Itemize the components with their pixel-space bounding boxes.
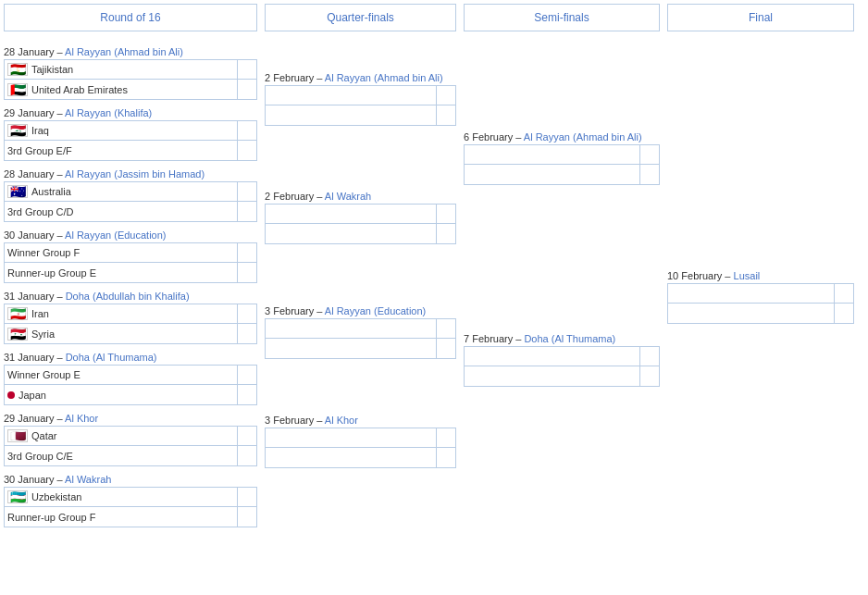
round-sf: Semi-finals 6 February – Al Rayyan (Ahma…	[460, 0, 663, 533]
r16-header: Round of 16	[4, 4, 257, 31]
r16-match1-team2: 🇦🇪 United Arab Emirates	[4, 80, 257, 100]
team-name: Qatar	[31, 430, 57, 441]
team-score	[237, 60, 254, 79]
r16-match6-date: 31 January – Doha (Al Thumama)	[4, 352, 257, 363]
qf-match2: 2 February – Al Wakrah	[265, 191, 456, 244]
australia-flag: 🇦🇺	[7, 185, 28, 198]
r16-match1: 28 January – Al Rayyan (Ahmad bin Ali) 🇹…	[4, 46, 257, 100]
r16-match2-team2: 3rd Group E/F	[4, 141, 257, 161]
r16-match4: 30 January – Al Rayyan (Education) Winne…	[4, 229, 257, 283]
team-name: United Arab Emirates	[31, 84, 128, 95]
r16-match2-date: 29 January – Al Rayyan (Khalifa)	[4, 107, 257, 118]
r16-match8-date: 30 January – Al Wakrah	[4, 474, 257, 485]
team-name: 3rd Group C/D	[7, 206, 74, 217]
team-score	[237, 304, 254, 323]
sf-match1-date: 6 February – Al Rayyan (Ahmad bin Ali)	[464, 131, 660, 143]
team-score	[436, 205, 453, 223]
qf-match3-team1	[265, 318, 456, 339]
r16-match8-team2: Runner-up Group F	[4, 507, 257, 527]
qf-header: Quarter-finals	[265, 4, 456, 31]
final-match1-team2	[667, 304, 854, 324]
team-name: Winner Group F	[7, 247, 80, 258]
r16-match4-date: 30 January – Al Rayyan (Education)	[4, 229, 257, 241]
team-name: Iraq	[31, 125, 49, 136]
qf-match3-team2	[265, 339, 456, 359]
qatar-flag: 🇶🇦	[7, 429, 28, 442]
team-score	[237, 80, 254, 99]
team-score	[237, 263, 254, 282]
r16-match2-team1: 🇮🇶 Iraq	[4, 120, 257, 141]
sf-match1-team2	[464, 165, 660, 185]
round-qf: Quarter-finals 2 February – Al Rayyan (A…	[261, 0, 460, 533]
team-name: Runner-up Group F	[7, 512, 95, 523]
team-score	[237, 366, 254, 384]
team-name: Runner-up Group E	[7, 267, 96, 279]
final-match1-team1	[667, 283, 854, 304]
r16-match7-team1: 🇶🇦 Qatar	[4, 426, 257, 446]
team-name: Winner Group E	[7, 369, 81, 380]
r16-match1-date: 28 January – Al Rayyan (Ahmad bin Ali)	[4, 46, 257, 57]
uzbekistan-flag: 🇺🇿	[7, 490, 28, 503]
r16-match7-team2: 3rd Group C/E	[4, 446, 257, 466]
r16-match5-team1: 🇮🇷 Iran	[4, 304, 257, 324]
r16-match6-team2: Japan	[4, 385, 257, 405]
team-score	[436, 428, 453, 447]
r16-match8-team1: 🇺🇿 Uzbekistan	[4, 487, 257, 507]
r16-match3: 28 January – Al Rayyan (Jassim bin Hamad…	[4, 168, 257, 222]
sf-match1: 6 February – Al Rayyan (Ahmad bin Ali)	[464, 131, 660, 185]
team-score	[639, 165, 656, 184]
r16-match4-team2: Runner-up Group E	[4, 263, 257, 283]
qf-match1-date: 2 February – Al Rayyan (Ahmad bin Ali)	[265, 72, 456, 83]
r16-match5: 31 January – Doha (Abdullah bin Khalifa)…	[4, 291, 257, 344]
r16-match7: 29 January – Al Khor 🇶🇦 Qatar 3rd Group …	[4, 413, 257, 466]
final-match1-date: 10 February – Lusail	[667, 270, 854, 281]
syria-flag: 🇸🇾	[7, 328, 28, 341]
team-score	[237, 507, 254, 527]
r16-match2: 29 January – Al Rayyan (Khalifa) 🇮🇶 Iraq…	[4, 107, 257, 161]
final-match1: 10 February – Lusail	[667, 270, 854, 324]
team-score	[237, 446, 254, 465]
sf-match2-date: 7 February – Doha (Al Thumama)	[464, 333, 660, 344]
qf-matches: 2 February – Al Rayyan (Ahmad bin Ali) 2…	[261, 35, 460, 533]
team-score	[237, 141, 254, 160]
team-score	[237, 182, 254, 201]
sf-match2: 7 February – Doha (Al Thumama)	[464, 333, 660, 387]
r16-match6-team1: Winner Group E	[4, 365, 257, 385]
tajikistan-flag: 🇹🇯	[7, 63, 28, 76]
qf-match3-date: 3 February – Al Rayyan (Education)	[265, 305, 456, 316]
qf-match1: 2 February – Al Rayyan (Ahmad bin Ali)	[265, 72, 456, 126]
r16-match1-team1: 🇹🇯 Tajikistan	[4, 59, 257, 80]
team-score	[237, 488, 254, 506]
team-score	[436, 448, 453, 467]
final-header: Final	[667, 4, 854, 31]
team-score	[639, 347, 656, 366]
qf-match4-date: 3 February – Al Khor	[265, 415, 456, 426]
team-score	[436, 319, 453, 338]
r16-match3-team2: 3rd Group C/D	[4, 202, 257, 222]
team-name: Japan	[19, 390, 46, 401]
team-score	[639, 145, 656, 164]
qf-match1-team2	[265, 105, 456, 126]
team-score	[436, 224, 453, 243]
r16-match4-team1: Winner Group F	[4, 242, 257, 263]
qf-match2-team2	[265, 224, 456, 244]
iran-flag: 🇮🇷	[7, 307, 28, 320]
qf-match1-team1	[265, 85, 456, 105]
sf-matches: 6 February – Al Rayyan (Ahmad bin Ali) 7…	[460, 35, 663, 533]
r16-match5-date: 31 January – Doha (Abdullah bin Khalifa)	[4, 291, 257, 302]
team-name: Iran	[31, 308, 49, 319]
round-r16: Round of 16 28 January – Al Rayyan (Ahma…	[0, 0, 261, 533]
r16-match7-date: 29 January – Al Khor	[4, 413, 257, 424]
team-score	[436, 105, 453, 125]
bracket-container: Round of 16 28 January – Al Rayyan (Ahma…	[0, 0, 868, 533]
r16-match3-date: 28 January – Al Rayyan (Jassim bin Hamad…	[4, 168, 257, 180]
r16-matches: 28 January – Al Rayyan (Ahmad bin Ali) 🇹…	[0, 35, 261, 533]
team-score	[834, 304, 850, 323]
uae-flag: 🇦🇪	[7, 83, 28, 96]
qf-match4-team1	[265, 428, 456, 448]
team-name: Australia	[31, 186, 71, 197]
team-name: Tajikistan	[31, 64, 73, 75]
sf-match2-team2	[464, 366, 660, 387]
qf-match2-team1	[265, 204, 456, 224]
round-final: Final 10 February – Lusail	[663, 0, 858, 533]
